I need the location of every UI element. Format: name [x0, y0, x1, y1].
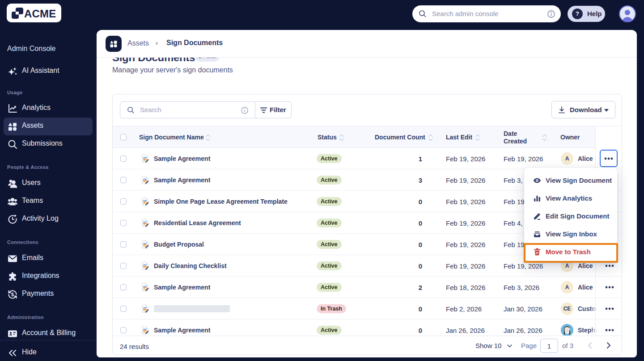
- svg-text:$: $: [11, 292, 14, 297]
